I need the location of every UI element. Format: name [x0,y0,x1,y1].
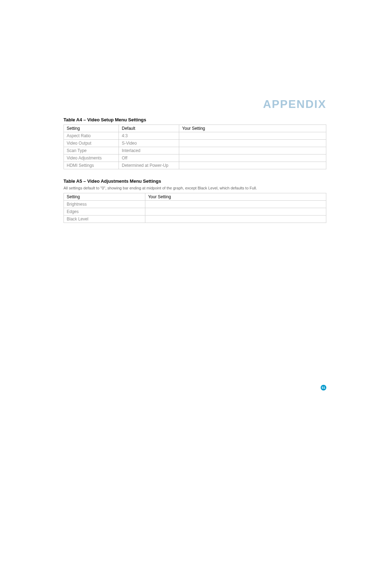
cell-setting: Brightness [64,201,145,208]
cell-your [145,201,326,208]
table-a4-caption: Table A4 – Video Setup Menu Settings [64,117,326,122]
cell-your [179,147,326,154]
cell-your [179,132,326,140]
cell-setting: Edges [64,208,145,216]
cell-your [145,208,326,216]
table-a4-header-row: Setting Default Your Setting [64,125,326,132]
cell-setting: HDMI Settings [64,162,119,169]
content-area: Table A4 – Video Setup Menu Settings Set… [64,117,326,232]
cell-setting: Video Adjustments [64,154,119,162]
cell-your [145,216,326,223]
table-row: Aspect Ratio 4:3 [64,132,326,140]
table-row: Scan Type Interlaced [64,147,326,154]
cell-setting: Black Level [64,216,145,223]
table-row: HDMI Settings Determined at Power-Up [64,162,326,169]
table-row: Black Level [64,216,326,223]
cell-setting: Video Output [64,140,119,147]
cell-default: Determined at Power-Up [119,162,179,169]
th-your-setting: Your Setting [179,125,326,132]
appendix-heading: APPENDIX [263,98,326,111]
page-number-badge: 51 [321,385,326,390]
cell-default: Interlaced [119,147,179,154]
table-row: Edges [64,208,326,216]
cell-default: S-Video [119,140,179,147]
table-row: Video Adjustments Off [64,154,326,162]
cell-your [179,154,326,162]
cell-default: 4:3 [119,132,179,140]
table-row: Video Output S-Video [64,140,326,147]
table-a5-header-row: Setting Your Setting [64,193,326,201]
cell-default: Off [119,154,179,162]
table-a5-caption: Table A5 – Video Adjustments Menu Settin… [64,178,326,184]
th-default: Default [119,125,179,132]
cell-setting: Aspect Ratio [64,132,119,140]
cell-setting: Scan Type [64,147,119,154]
table-a5-note: All settings default to "0", showing bar… [64,186,326,190]
cell-your [179,140,326,147]
table-a4: Setting Default Your Setting Aspect Rati… [64,125,326,169]
cell-your [179,162,326,169]
table-a5: Setting Your Setting Brightness Edges Bl… [64,193,326,223]
th-your-setting: Your Setting [145,193,326,201]
table-row: Brightness [64,201,326,208]
th-setting: Setting [64,193,145,201]
th-setting: Setting [64,125,119,132]
